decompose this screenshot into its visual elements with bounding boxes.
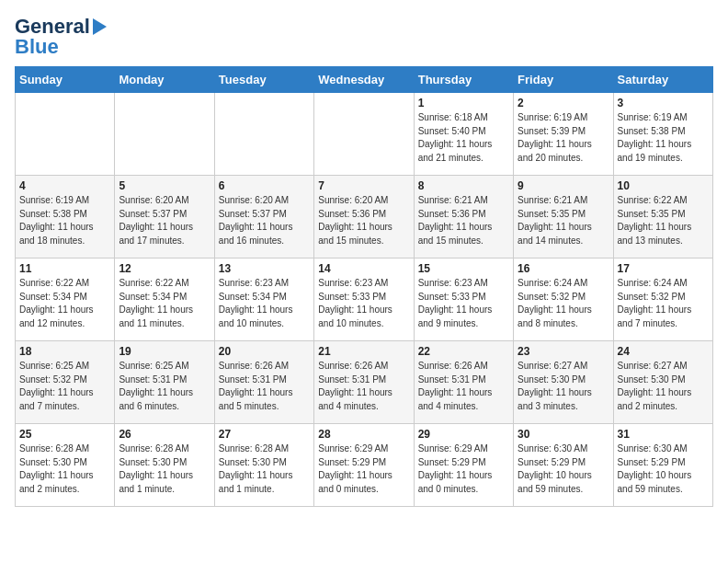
day-info: Sunrise: 6:23 AM Sunset: 5:33 PM Dayligh… xyxy=(318,277,409,330)
day-info: Sunrise: 6:25 AM Sunset: 5:32 PM Dayligh… xyxy=(19,360,110,413)
calendar-cell: 27Sunrise: 6:28 AM Sunset: 5:30 PM Dayli… xyxy=(214,424,313,507)
day-info: Sunrise: 6:21 AM Sunset: 5:36 PM Dayligh… xyxy=(418,194,509,247)
calendar-cell: 8Sunrise: 6:21 AM Sunset: 5:36 PM Daylig… xyxy=(414,176,513,259)
calendar-cell: 26Sunrise: 6:28 AM Sunset: 5:30 PM Dayli… xyxy=(115,424,214,507)
day-number: 3 xyxy=(618,97,709,109)
day-number: 10 xyxy=(618,179,709,192)
day-number: 21 xyxy=(318,345,409,358)
day-number: 30 xyxy=(518,428,609,441)
day-info: Sunrise: 6:19 AM Sunset: 5:38 PM Dayligh… xyxy=(618,111,709,165)
day-info: Sunrise: 6:20 AM Sunset: 5:37 PM Dayligh… xyxy=(119,194,210,247)
day-info: Sunrise: 6:28 AM Sunset: 5:30 PM Dayligh… xyxy=(219,442,310,496)
calendar-cell: 31Sunrise: 6:30 AM Sunset: 5:29 PM Dayli… xyxy=(613,424,712,507)
calendar-cell: 21Sunrise: 6:26 AM Sunset: 5:31 PM Dayli… xyxy=(314,341,414,424)
day-number: 13 xyxy=(219,262,310,275)
day-info: Sunrise: 6:26 AM Sunset: 5:31 PM Dayligh… xyxy=(219,360,310,413)
day-info: Sunrise: 6:22 AM Sunset: 5:34 PM Dayligh… xyxy=(119,277,210,330)
header-saturday: Saturday xyxy=(613,67,712,93)
calendar-table: SundayMondayTuesdayWednesdayThursdayFrid… xyxy=(15,66,713,507)
calendar-cell: 15Sunrise: 6:23 AM Sunset: 5:33 PM Dayli… xyxy=(414,259,513,341)
calendar-week-2: 4Sunrise: 6:19 AM Sunset: 5:38 PM Daylig… xyxy=(16,176,713,259)
day-number: 26 xyxy=(119,428,210,441)
header-tuesday: Tuesday xyxy=(214,67,313,93)
calendar-cell: 24Sunrise: 6:27 AM Sunset: 5:30 PM Dayli… xyxy=(613,341,712,424)
calendar-week-1: 1Sunrise: 6:18 AM Sunset: 5:40 PM Daylig… xyxy=(16,93,713,176)
page-header: General Blue xyxy=(15,15,713,59)
calendar-cell: 4Sunrise: 6:19 AM Sunset: 5:38 PM Daylig… xyxy=(16,176,115,259)
day-info: Sunrise: 6:29 AM Sunset: 5:29 PM Dayligh… xyxy=(418,442,509,496)
calendar-cell: 18Sunrise: 6:25 AM Sunset: 5:32 PM Dayli… xyxy=(16,341,115,424)
calendar-cell: 6Sunrise: 6:20 AM Sunset: 5:37 PM Daylig… xyxy=(214,176,313,259)
calendar-cell: 25Sunrise: 6:28 AM Sunset: 5:30 PM Dayli… xyxy=(16,424,115,507)
day-number: 28 xyxy=(318,428,409,441)
day-info: Sunrise: 6:27 AM Sunset: 5:30 PM Dayligh… xyxy=(618,360,709,413)
calendar-cell: 23Sunrise: 6:27 AM Sunset: 5:30 PM Dayli… xyxy=(514,341,613,424)
day-info: Sunrise: 6:19 AM Sunset: 5:38 PM Dayligh… xyxy=(19,194,110,247)
day-number: 17 xyxy=(618,262,709,275)
day-number: 31 xyxy=(618,428,709,441)
day-number: 12 xyxy=(119,262,210,275)
day-number: 18 xyxy=(19,345,110,358)
logo: General Blue xyxy=(15,15,107,59)
day-number: 25 xyxy=(19,428,110,441)
day-number: 2 xyxy=(518,97,609,109)
day-number: 14 xyxy=(318,262,409,275)
calendar-cell xyxy=(214,93,313,176)
calendar-cell xyxy=(16,93,115,176)
day-number: 24 xyxy=(618,345,709,358)
calendar-cell: 30Sunrise: 6:30 AM Sunset: 5:29 PM Dayli… xyxy=(514,424,613,507)
day-number: 1 xyxy=(418,97,509,109)
calendar-cell: 2Sunrise: 6:19 AM Sunset: 5:39 PM Daylig… xyxy=(514,93,613,176)
header-sunday: Sunday xyxy=(16,67,115,93)
calendar-cell: 19Sunrise: 6:25 AM Sunset: 5:31 PM Dayli… xyxy=(115,341,214,424)
calendar-cell: 28Sunrise: 6:29 AM Sunset: 5:29 PM Dayli… xyxy=(314,424,414,507)
calendar-cell: 22Sunrise: 6:26 AM Sunset: 5:31 PM Dayli… xyxy=(414,341,513,424)
calendar-cell: 13Sunrise: 6:23 AM Sunset: 5:34 PM Dayli… xyxy=(214,259,313,341)
day-info: Sunrise: 6:22 AM Sunset: 5:35 PM Dayligh… xyxy=(618,194,709,247)
day-number: 15 xyxy=(418,262,509,275)
calendar-cell xyxy=(314,93,414,176)
calendar-week-5: 25Sunrise: 6:28 AM Sunset: 5:30 PM Dayli… xyxy=(16,424,713,507)
header-wednesday: Wednesday xyxy=(314,67,414,93)
header-monday: Monday xyxy=(115,67,214,93)
calendar-cell: 7Sunrise: 6:20 AM Sunset: 5:36 PM Daylig… xyxy=(314,176,414,259)
day-info: Sunrise: 6:29 AM Sunset: 5:29 PM Dayligh… xyxy=(318,442,409,496)
day-number: 4 xyxy=(19,179,110,192)
calendar-cell: 1Sunrise: 6:18 AM Sunset: 5:40 PM Daylig… xyxy=(414,93,513,176)
header-thursday: Thursday xyxy=(414,67,513,93)
calendar-cell: 29Sunrise: 6:29 AM Sunset: 5:29 PM Dayli… xyxy=(414,424,513,507)
calendar-cell: 14Sunrise: 6:23 AM Sunset: 5:33 PM Dayli… xyxy=(314,259,414,341)
day-info: Sunrise: 6:25 AM Sunset: 5:31 PM Dayligh… xyxy=(119,360,210,413)
logo-arrow-icon xyxy=(93,18,107,35)
day-number: 19 xyxy=(119,345,210,358)
day-number: 9 xyxy=(518,179,609,192)
day-info: Sunrise: 6:19 AM Sunset: 5:39 PM Dayligh… xyxy=(518,111,609,165)
day-number: 11 xyxy=(19,262,110,275)
day-info: Sunrise: 6:28 AM Sunset: 5:30 PM Dayligh… xyxy=(119,442,210,496)
calendar-cell: 17Sunrise: 6:24 AM Sunset: 5:32 PM Dayli… xyxy=(613,259,712,341)
calendar-cell: 16Sunrise: 6:24 AM Sunset: 5:32 PM Dayli… xyxy=(514,259,613,341)
day-number: 22 xyxy=(418,345,509,358)
calendar-header-row: SundayMondayTuesdayWednesdayThursdayFrid… xyxy=(16,67,713,93)
day-number: 20 xyxy=(219,345,310,358)
logo-blue: Blue xyxy=(15,35,59,59)
calendar-cell xyxy=(115,93,214,176)
day-info: Sunrise: 6:26 AM Sunset: 5:31 PM Dayligh… xyxy=(418,360,509,413)
day-info: Sunrise: 6:20 AM Sunset: 5:36 PM Dayligh… xyxy=(318,194,409,247)
day-number: 8 xyxy=(418,179,509,192)
calendar-week-3: 11Sunrise: 6:22 AM Sunset: 5:34 PM Dayli… xyxy=(16,259,713,341)
calendar-cell: 20Sunrise: 6:26 AM Sunset: 5:31 PM Dayli… xyxy=(214,341,313,424)
day-info: Sunrise: 6:20 AM Sunset: 5:37 PM Dayligh… xyxy=(219,194,310,247)
day-info: Sunrise: 6:23 AM Sunset: 5:34 PM Dayligh… xyxy=(219,277,310,330)
calendar-cell: 5Sunrise: 6:20 AM Sunset: 5:37 PM Daylig… xyxy=(115,176,214,259)
calendar-cell: 11Sunrise: 6:22 AM Sunset: 5:34 PM Dayli… xyxy=(16,259,115,341)
day-info: Sunrise: 6:24 AM Sunset: 5:32 PM Dayligh… xyxy=(518,277,609,330)
day-number: 6 xyxy=(219,179,310,192)
calendar-cell: 9Sunrise: 6:21 AM Sunset: 5:35 PM Daylig… xyxy=(514,176,613,259)
header-friday: Friday xyxy=(514,67,613,93)
day-info: Sunrise: 6:30 AM Sunset: 5:29 PM Dayligh… xyxy=(518,442,609,496)
day-number: 5 xyxy=(119,179,210,192)
calendar-cell: 12Sunrise: 6:22 AM Sunset: 5:34 PM Dayli… xyxy=(115,259,214,341)
day-info: Sunrise: 6:26 AM Sunset: 5:31 PM Dayligh… xyxy=(318,360,409,413)
day-number: 16 xyxy=(518,262,609,275)
